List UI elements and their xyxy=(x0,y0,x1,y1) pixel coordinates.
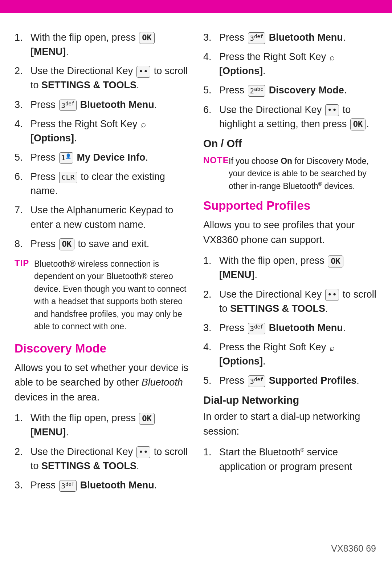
step-5-left: 5. Press 1👤 My Device Info. xyxy=(15,150,189,165)
on-bold: On xyxy=(281,156,292,166)
dialup-steps: 1. Start the Bluetooth® service applicat… xyxy=(203,445,377,474)
step-text: Use the Directional Key •• to scroll to … xyxy=(30,445,189,473)
discovery-step-2: 2. Use the Directional Key •• to scroll … xyxy=(15,445,189,473)
step-text: Press the Right Soft Key ⌕ [Options]. xyxy=(219,50,377,78)
ok-key-icon: OK xyxy=(328,255,343,267)
note-text: If you choose On for Discovery Mode, you… xyxy=(229,155,377,193)
step-2-left: 2. Use the Directional Key •• to scroll … xyxy=(15,64,189,92)
settings-tools-label: SETTINGS & TOOLS xyxy=(41,80,136,90)
step-num: 5. xyxy=(15,150,30,165)
col-right: 3. Press 3def Bluetooth Menu. 4. Press t… xyxy=(203,31,377,499)
step-num: 1. xyxy=(203,445,219,459)
sup-step-1: 1. With the flip open, press OK [MENU]. xyxy=(203,254,377,282)
step-text: Press 2abc Discovery Mode. xyxy=(219,83,377,97)
step-num: 3. xyxy=(15,478,30,492)
nav-key-icon: •• xyxy=(136,446,151,458)
step-num: 3. xyxy=(15,98,30,112)
options-label: [Options] xyxy=(219,65,263,76)
note-label: NOTE xyxy=(203,155,225,165)
step-text: Press OK to save and exit. xyxy=(30,237,189,251)
key-3def-icon: 3def xyxy=(59,100,77,111)
key-3def-icon: 3def xyxy=(248,375,266,387)
dialup-heading: Dial-up Networking xyxy=(203,394,377,406)
my-device-info-label: My Device Info xyxy=(77,152,146,163)
step-num: 1. xyxy=(15,411,30,425)
step-num: 3. xyxy=(203,31,219,45)
key-2abc-icon: 2abc xyxy=(248,85,266,97)
nav-key-icon: •• xyxy=(325,104,339,116)
step-text: Press 3def Bluetooth Menu. xyxy=(219,31,377,45)
dialup-para: In order to start a dial-up networking s… xyxy=(203,409,377,439)
soft-key-icon: ⌕ xyxy=(141,118,146,131)
step-text: Press the Right Soft Key ⌕ [Options]. xyxy=(30,117,189,145)
settings-tools-label: SETTINGS & TOOLS xyxy=(230,303,325,314)
key-1-icon: 1👤 xyxy=(59,152,73,164)
soft-key-icon: ⌕ xyxy=(330,51,335,64)
footer-text: VX8360 69 xyxy=(331,543,376,554)
step-text: Use the Alphanumeric Keypad to enter a n… xyxy=(30,203,189,231)
right-step-3: 3. Press 3def Bluetooth Menu. xyxy=(203,31,377,45)
step-num: 1. xyxy=(15,31,30,45)
tip-text: Bluetooth® wireless connection is depend… xyxy=(34,258,189,333)
step-text: With the flip open, press OK [MENU]. xyxy=(219,254,377,282)
dialup-step-1: 1. Start the Bluetooth® service applicat… xyxy=(203,445,377,474)
ok-key-icon: OK xyxy=(139,32,155,44)
col-left: 1. With the flip open, press OK [MENU]. … xyxy=(15,31,189,499)
step-text: Press 1👤 My Device Info. xyxy=(30,150,189,165)
sup-step-3: 3. Press 3def Bluetooth Menu. xyxy=(203,321,377,335)
step-4-left: 4. Press the Right Soft Key ⌕ [Options]. xyxy=(15,117,189,145)
step-text: With the flip open, press OK [MENU]. xyxy=(30,31,189,59)
supported-profiles-section: Supported Profiles Allows you to see pro… xyxy=(203,199,377,474)
step-num: 6. xyxy=(203,103,219,117)
step-text: Press CLR to clear the existing name. xyxy=(30,170,189,198)
step-num: 8. xyxy=(15,237,30,251)
key-3def-icon: 3def xyxy=(248,32,266,44)
step-num: 2. xyxy=(15,64,30,78)
discovery-heading: Discovery Mode xyxy=(15,342,189,355)
settings-tools-label: SETTINGS & TOOLS xyxy=(41,460,136,471)
footer: VX8360 69 xyxy=(0,543,392,554)
options-label: [Options] xyxy=(30,133,74,144)
step-3-left: 3. Press 3def Bluetooth Menu. xyxy=(15,98,189,112)
ok-key-icon: OK xyxy=(139,413,155,425)
bluetooth-menu-label: Bluetooth Menu xyxy=(269,322,343,333)
bluetooth-menu-label: Bluetooth Menu xyxy=(269,32,343,43)
right-step-4: 4. Press the Right Soft Key ⌕ [Options]. xyxy=(203,50,377,78)
menu-label: [MENU] xyxy=(219,269,254,280)
discovery-steps: 1. With the flip open, press OK [MENU]. … xyxy=(15,411,189,492)
content-area: 1. With the flip open, press OK [MENU]. … xyxy=(0,13,392,521)
step-num: 6. xyxy=(15,170,30,184)
options-label: [Options] xyxy=(219,356,263,367)
step-7-left: 7. Use the Alphanumeric Keypad to enter … xyxy=(15,203,189,231)
right-step-5: 5. Press 2abc Discovery Mode. xyxy=(203,83,377,97)
step-8-left: 8. Press OK to save and exit. xyxy=(15,237,189,251)
step-text: With the flip open, press OK [MENU]. xyxy=(30,411,189,439)
on-off-heading: On / Off xyxy=(203,138,377,150)
right-step-6: 6. Use the Directional Key •• to highlig… xyxy=(203,103,377,131)
step-num: 4. xyxy=(203,340,219,354)
step-text: Press 3def Bluetooth Menu. xyxy=(219,321,377,335)
key-3def-icon: 3def xyxy=(59,480,77,492)
key-3def-icon: 3def xyxy=(248,323,266,334)
bluetooth-italic: Bluetooth xyxy=(142,377,183,388)
step-num: 2. xyxy=(15,445,30,459)
discovery-para: Allows you to set whether your device is… xyxy=(15,360,189,405)
step-text: Use the Directional Key •• to scroll to … xyxy=(219,287,377,316)
soft-key-icon: ⌕ xyxy=(330,342,335,354)
step-num: 1. xyxy=(203,254,219,268)
menu-label: [MENU] xyxy=(30,46,66,57)
nav-key-icon: •• xyxy=(136,66,151,78)
step-num: 2. xyxy=(203,287,219,302)
step-6-left: 6. Press CLR to clear the existing name. xyxy=(15,170,189,198)
supported-steps: 1. With the flip open, press OK [MENU]. … xyxy=(203,254,377,388)
step-text: Press 3def Supported Profiles. xyxy=(219,374,377,388)
top-bar xyxy=(0,0,392,13)
discovery-step-1: 1. With the flip open, press OK [MENU]. xyxy=(15,411,189,439)
clr-key-icon: CLR xyxy=(59,172,77,183)
ok-key-icon: OK xyxy=(350,118,366,130)
ok-key-icon: OK xyxy=(59,238,75,250)
note-block: NOTE If you choose On for Discovery Mode… xyxy=(203,155,377,193)
step-num: 5. xyxy=(203,374,219,388)
step-num: 5. xyxy=(203,83,219,97)
supported-profiles-label: Supported Profiles xyxy=(269,375,357,386)
